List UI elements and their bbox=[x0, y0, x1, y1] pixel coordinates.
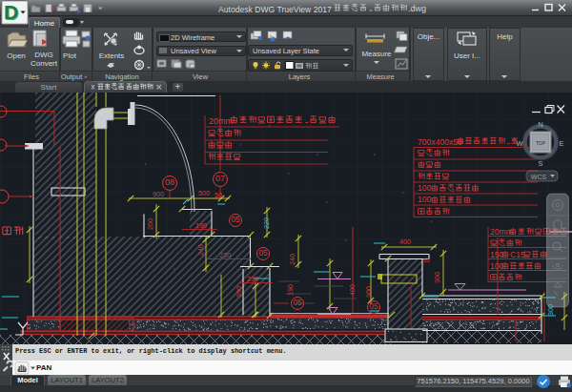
svg-text:07: 07 bbox=[215, 174, 225, 183]
svg-text:300: 300 bbox=[433, 272, 441, 283]
svg-text:200: 200 bbox=[146, 218, 154, 230]
svg-text:.dwg: .dwg bbox=[408, 4, 426, 13]
svg-text:700x400x50: 700x400x50 bbox=[418, 137, 462, 147]
svg-text:05: 05 bbox=[258, 249, 268, 258]
svg-text:390: 390 bbox=[235, 286, 243, 298]
svg-text:N: N bbox=[538, 120, 542, 129]
svg-text:50: 50 bbox=[423, 258, 430, 263]
svg-text:20mm: 20mm bbox=[490, 227, 513, 237]
svg-text:C15: C15 bbox=[510, 250, 525, 259]
svg-text:400: 400 bbox=[399, 237, 411, 246]
svg-text:D: D bbox=[4, 1, 18, 23]
svg-text:400: 400 bbox=[348, 284, 357, 296]
svg-text:230: 230 bbox=[219, 251, 231, 259]
svg-text:100: 100 bbox=[490, 261, 504, 271]
svg-text:S: S bbox=[538, 159, 542, 168]
svg-text:TOP: TOP bbox=[536, 140, 546, 146]
svg-text:WCS: WCS bbox=[531, 174, 547, 180]
svg-text:08: 08 bbox=[165, 177, 174, 187]
svg-text:150: 150 bbox=[490, 250, 504, 259]
svg-text:500: 500 bbox=[198, 189, 210, 197]
svg-text:W: W bbox=[516, 139, 523, 148]
svg-text:100: 100 bbox=[418, 195, 432, 204]
svg-text:190: 190 bbox=[195, 221, 207, 230]
svg-text:240: 240 bbox=[196, 244, 205, 256]
svg-text:05: 05 bbox=[369, 302, 378, 311]
svg-text:50.: 50. bbox=[214, 191, 224, 199]
svg-text:E: E bbox=[559, 139, 563, 148]
svg-text:240: 240 bbox=[288, 254, 296, 265]
svg-text:900: 900 bbox=[153, 190, 164, 198]
svg-text:300: 300 bbox=[364, 286, 373, 298]
svg-text:100: 100 bbox=[418, 183, 432, 193]
svg-text:05: 05 bbox=[231, 216, 240, 224]
svg-text:20mm: 20mm bbox=[209, 116, 233, 126]
svg-text:220: 220 bbox=[262, 217, 271, 229]
